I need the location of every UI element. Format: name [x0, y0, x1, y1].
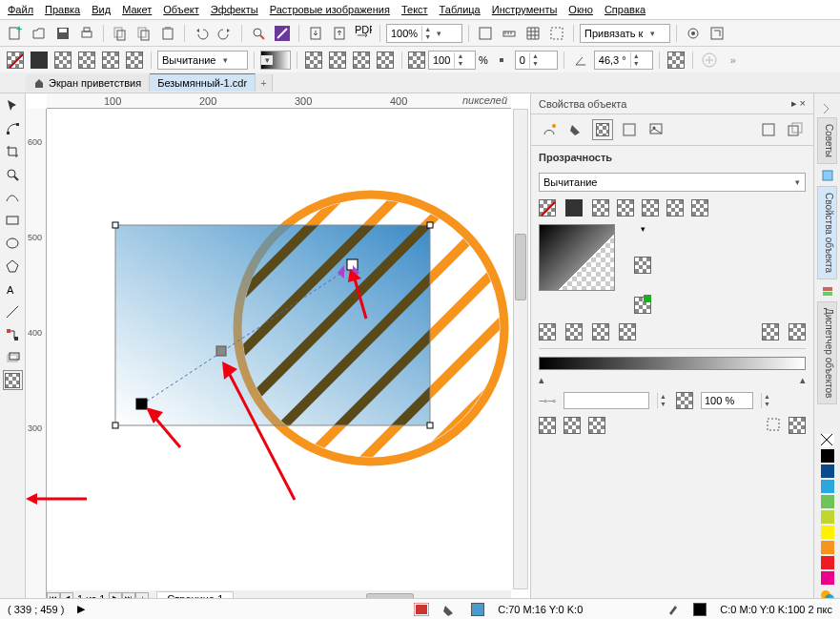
menu-bitmap[interactable]: Растровые изображения — [270, 4, 390, 15]
radial-icon[interactable] — [565, 323, 583, 340]
frame2-icon[interactable] — [785, 119, 806, 140]
opacity-input[interactable] — [701, 392, 753, 409]
export-button[interactable] — [329, 23, 350, 44]
more-button[interactable]: » — [723, 50, 744, 71]
open-button[interactable] — [29, 23, 50, 44]
linear-icon[interactable] — [539, 323, 556, 340]
merge-mode-combo[interactable]: Вычитание▾ — [157, 51, 248, 70]
text-tool[interactable]: A — [3, 279, 23, 299]
transparency-tab[interactable] — [592, 119, 613, 140]
zoom-tool[interactable] — [3, 164, 23, 184]
free-transform-button[interactable] — [666, 50, 686, 71]
panel-mode-combo[interactable]: Вычитание▾ — [539, 173, 806, 192]
menu-tools[interactable]: Инструменты — [492, 4, 558, 15]
guides-button[interactable] — [546, 23, 567, 44]
ruler-vertical[interactable]: 600 500 400 300 — [26, 109, 47, 609]
hints-icon[interactable] — [817, 97, 837, 117]
reverse-icon[interactable] — [789, 323, 806, 340]
effects-tool[interactable] — [3, 347, 23, 367]
color-sw[interactable] — [821, 556, 834, 569]
props-icon[interactable] — [817, 166, 837, 186]
conical-icon[interactable] — [592, 323, 609, 340]
add-preset-button[interactable] — [699, 50, 720, 71]
midpoint-input[interactable] — [563, 392, 649, 409]
gradient-preview[interactable] — [539, 224, 615, 291]
no-transparency-button[interactable] — [5, 50, 26, 71]
square-button[interactable] — [375, 50, 396, 71]
transparency-tool[interactable] — [3, 370, 23, 390]
gradient-slider[interactable] — [539, 357, 806, 370]
freehand-tool[interactable] — [3, 187, 23, 207]
canvas[interactable] — [47, 109, 511, 589]
ruler-horizontal[interactable]: 100 200 300 400 пикселей — [47, 93, 511, 109]
pick-tool[interactable] — [3, 95, 23, 115]
vtab-props[interactable]: Свойства объекта — [817, 186, 837, 279]
rectangle-tool[interactable] — [3, 210, 23, 230]
pattern3-icon[interactable] — [642, 199, 659, 217]
menu-table[interactable]: Таблица — [440, 4, 481, 15]
ellipse-tool[interactable] — [3, 233, 23, 253]
color-sw[interactable] — [821, 571, 834, 585]
color-proof-icon[interactable] — [414, 603, 429, 616]
status-play[interactable]: ▶ — [77, 603, 85, 615]
color-sw[interactable] — [821, 495, 834, 508]
radial-button[interactable] — [327, 50, 348, 71]
copy-button[interactable] — [133, 23, 154, 44]
menu-object[interactable]: Объект — [163, 4, 198, 15]
freeze-icon[interactable] — [766, 417, 781, 434]
menu-view[interactable]: Вид — [92, 4, 111, 15]
vtab-objmgr[interactable]: Диспетчер объектов — [817, 301, 837, 404]
color-sw[interactable] — [821, 464, 834, 478]
square-icon[interactable] — [619, 323, 636, 340]
bitmap-icon[interactable] — [645, 119, 666, 140]
menu-window[interactable]: Окно — [568, 4, 593, 15]
color-none[interactable] — [821, 434, 834, 447]
objmgr-icon[interactable] — [817, 281, 837, 301]
fill-icon[interactable] — [565, 119, 586, 140]
options-button[interactable] — [683, 23, 704, 44]
pattern4-icon[interactable] — [666, 199, 684, 217]
fountain-transparency-button[interactable] — [52, 50, 73, 71]
import-button[interactable] — [305, 23, 326, 44]
apply-fill-icon[interactable] — [539, 417, 556, 434]
texture-transparency-button[interactable] — [100, 50, 121, 71]
grid-button[interactable] — [522, 23, 543, 44]
gradient-picker[interactable]: ▾ — [260, 51, 291, 70]
zoom-combo[interactable]: 100%▲▼▾ — [386, 24, 462, 43]
postscript-transparency-button[interactable] — [124, 50, 145, 71]
search-button[interactable] — [248, 23, 269, 44]
outline-icon[interactable] — [539, 119, 560, 140]
color-sw[interactable] — [821, 541, 834, 554]
conical-button[interactable] — [351, 50, 372, 71]
undo-button[interactable] — [191, 23, 212, 44]
polygon-tool[interactable] — [3, 256, 23, 276]
menu-edit[interactable]: Правка — [45, 4, 80, 15]
tab-document[interactable]: Безымянный-1.cdr — [150, 73, 256, 92]
menu-text[interactable]: Текст — [401, 4, 428, 15]
shape-tool[interactable] — [3, 118, 23, 138]
frame-icon[interactable] — [758, 119, 779, 140]
panel-menu[interactable]: ▸ × — [791, 97, 806, 110]
tab-welcome[interactable]: Экран приветствия — [26, 74, 150, 92]
new-button[interactable]: + — [5, 23, 26, 44]
print-button[interactable] — [76, 23, 97, 44]
tab-add[interactable]: + — [256, 74, 273, 92]
fountain-icon[interactable] — [592, 199, 609, 217]
save-button[interactable] — [52, 23, 73, 44]
menu-effects[interactable]: Эффекты — [211, 4, 258, 15]
paste-button[interactable] — [157, 23, 178, 44]
apply-outline-icon[interactable] — [563, 417, 581, 434]
fullscreen-button[interactable] — [475, 23, 496, 44]
pattern5-icon[interactable] — [691, 199, 708, 217]
vtab-hints[interactable]: Советы — [817, 117, 837, 164]
crop-tool[interactable] — [3, 141, 23, 161]
vertical-scrollbar[interactable] — [513, 109, 528, 589]
color-sw[interactable] — [821, 480, 834, 493]
summary-icon[interactable] — [619, 119, 640, 140]
pattern-transparency-button[interactable] — [76, 50, 97, 71]
mirror-icon[interactable] — [762, 323, 779, 340]
picker-arrow[interactable]: ▾ — [641, 224, 645, 234]
to-preset[interactable] — [634, 257, 651, 274]
connector-tool[interactable] — [3, 324, 23, 344]
node-pos-input[interactable]: 0▲▼ — [515, 51, 558, 70]
